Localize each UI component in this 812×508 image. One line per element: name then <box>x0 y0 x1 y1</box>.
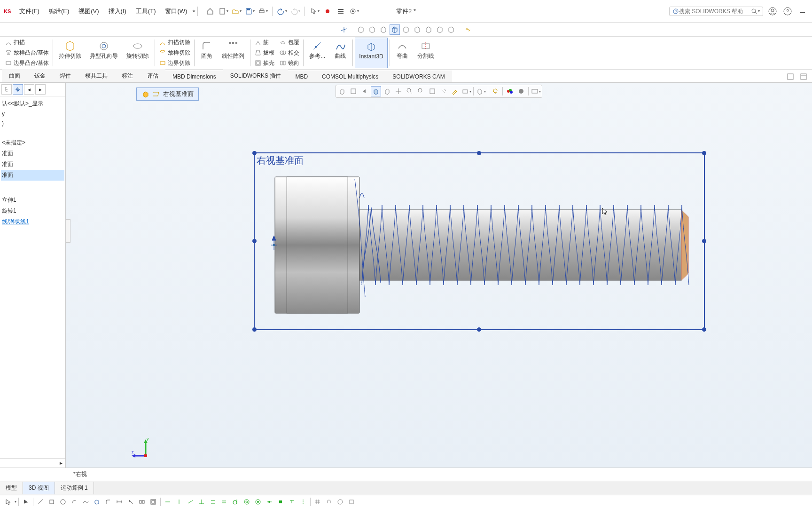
snap-tool[interactable] <box>324 497 334 507</box>
fillet-button[interactable]: 圆角 <box>196 38 217 68</box>
breadcrumb[interactable]: 右视基准面 <box>136 87 199 101</box>
view-back-icon[interactable] <box>367 24 377 35</box>
tab-model[interactable]: 模型 <box>0 482 23 494</box>
open-icon[interactable]: ▾ <box>231 6 242 17</box>
extrude-cut-button[interactable]: 拉伸切除 <box>55 38 85 68</box>
handle-s[interactable] <box>477 327 481 332</box>
tab-swaddins[interactable]: SOLIDWORKS 插件 <box>223 69 289 82</box>
rel-concentric-tool[interactable] <box>242 497 252 507</box>
rel-equal-tool[interactable] <box>219 497 229 507</box>
shell-button[interactable]: 抽壳 <box>252 58 276 68</box>
handle-w[interactable] <box>252 239 257 243</box>
menu-edit[interactable]: 编辑(E) <box>44 7 74 16</box>
tree-sensors[interactable]: ) <box>1 119 64 128</box>
view-iso-icon[interactable] <box>423 24 434 35</box>
tree-config[interactable]: 认<<默认>_显示 <box>1 98 64 109</box>
minimize-icon[interactable] <box>797 6 808 17</box>
coordinate-triad[interactable]: y z <box>132 435 160 463</box>
view-top-icon[interactable] <box>401 24 411 35</box>
tree-revolve1[interactable]: 旋转1 <box>1 206 64 216</box>
spline-tool[interactable] <box>80 497 91 507</box>
menu-window[interactable]: 窗口(W) <box>160 7 192 16</box>
rel-colinear-tool[interactable] <box>185 497 195 507</box>
rel-fix-tool[interactable] <box>275 497 286 507</box>
tree-plane-top[interactable]: 准面 <box>1 159 64 170</box>
menu-more[interactable]: ★ <box>192 9 195 13</box>
display-style-icon[interactable] <box>405 86 415 96</box>
tab-annotations[interactable]: 标注 <box>115 69 140 82</box>
select-icon[interactable]: ▾ <box>309 6 320 17</box>
rel-coincident-tool[interactable] <box>253 497 263 507</box>
autorel-tool[interactable] <box>335 497 345 507</box>
split-button[interactable]: 分割线 <box>414 38 438 68</box>
handle-sw[interactable] <box>252 327 257 332</box>
pattern-button[interactable]: 线性阵列 <box>218 38 248 68</box>
wrap-button[interactable]: 包覆 <box>277 38 301 48</box>
instant3d-button[interactable]: Instant3D <box>355 38 387 68</box>
view-orient-icon[interactable] <box>393 86 404 96</box>
tab-moldtools[interactable]: 模具工具 <box>78 69 115 82</box>
view-link-icon[interactable] <box>463 24 473 35</box>
handle-n[interactable] <box>477 151 481 155</box>
tab-comsol[interactable]: COMSOL Multiphysics <box>315 71 385 82</box>
wrench-icon[interactable] <box>438 86 449 96</box>
view-axis-icon[interactable] <box>339 24 349 35</box>
tree-extrude1[interactable]: 立伸1 <box>1 195 64 206</box>
loft-button[interactable]: 放样凸台/基体 <box>3 48 51 58</box>
user-icon[interactable] <box>767 6 778 17</box>
rel-merge-tool[interactable] <box>287 497 297 507</box>
sweep-cut-button[interactable]: 扫描切除 <box>157 38 192 48</box>
section-icon[interactable] <box>371 86 381 96</box>
cube-tool[interactable] <box>92 497 102 507</box>
side-tab-prev[interactable]: ◄ <box>24 84 34 95</box>
home-icon[interactable] <box>204 6 216 17</box>
offset-tool[interactable] <box>148 497 158 507</box>
search-icon[interactable] <box>751 8 757 15</box>
menu-file[interactable]: 文件(F) <box>15 7 44 16</box>
loft-cut-button[interactable]: 放样切除 <box>157 48 192 58</box>
pencil-icon[interactable] <box>450 86 460 96</box>
view-dimetric-icon[interactable] <box>446 24 456 35</box>
tab-motion[interactable]: 运动算例 1 <box>55 482 94 494</box>
grid-tool[interactable] <box>312 497 323 507</box>
rebuild-icon[interactable] <box>322 6 333 17</box>
fillet-sk-tool[interactable] <box>103 497 113 507</box>
trim-tool[interactable] <box>125 497 136 507</box>
dim-tool[interactable] <box>114 497 125 507</box>
dynamic-section-icon[interactable] <box>382 86 392 96</box>
intersect-button[interactable]: 相交 <box>277 48 301 58</box>
color-icon[interactable] <box>505 86 515 96</box>
tree-history[interactable]: y <box>1 109 64 119</box>
tab-mbddim[interactable]: MBD Dimensions <box>165 71 223 82</box>
redo-icon[interactable]: ▾ <box>289 6 301 17</box>
help-icon[interactable]: ? <box>782 6 793 17</box>
tab-3dview[interactable]: 3D 视图 <box>23 482 55 494</box>
handle-nw[interactable] <box>252 151 257 155</box>
texture-icon[interactable] <box>516 86 526 96</box>
mirror-button[interactable]: 镜向 <box>277 58 301 68</box>
tab-mbd[interactable]: MBD <box>288 71 315 82</box>
tree-plane-front[interactable]: 准面 <box>1 148 64 159</box>
view-right-icon[interactable] <box>390 24 400 35</box>
rel-parallel-tool[interactable] <box>208 497 218 507</box>
tab-sheetmetal[interactable]: 钣金 <box>27 69 53 82</box>
side-tab-tree[interactable] <box>1 84 12 95</box>
sweep-button[interactable]: 扫描 <box>3 38 51 48</box>
tree-material[interactable]: <未指定> <box>1 137 64 148</box>
tab-surface[interactable]: 曲面 <box>2 69 27 82</box>
edit-scene-icon[interactable] <box>427 86 437 96</box>
zoom-fit-icon[interactable] <box>337 86 347 96</box>
rel-sym-tool[interactable] <box>298 497 308 507</box>
view-bottom-icon[interactable] <box>412 24 422 35</box>
menu-view[interactable]: 视图(V) <box>74 7 103 16</box>
tab-swcam[interactable]: SOLIDWORKS CAM <box>385 71 452 82</box>
rel-perp-tool[interactable] <box>196 497 207 507</box>
view-trimetric-icon[interactable] <box>435 24 445 35</box>
save-icon[interactable]: ▾ <box>244 6 255 17</box>
boundary-cut-button[interactable]: 边界切除 <box>157 58 192 68</box>
bolt-model[interactable] <box>270 170 693 320</box>
appear-icon[interactable]: ▾ <box>476 86 486 96</box>
handle-e[interactable] <box>702 239 706 243</box>
layout-icon[interactable] <box>785 71 796 82</box>
view-left-icon[interactable] <box>378 24 389 35</box>
